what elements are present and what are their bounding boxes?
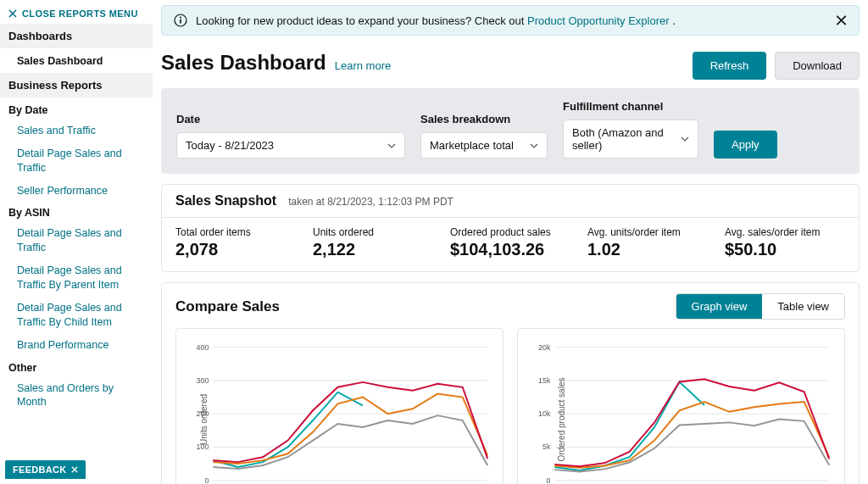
snapshot-timestamp: taken at 8/21/2023, 1:12:03 PM PDT (288, 196, 453, 208)
chevron-down-icon (681, 135, 689, 143)
breakdown-select[interactable]: Marketplace total (420, 132, 548, 159)
svg-point-1 (180, 17, 181, 19)
svg-text:0: 0 (546, 476, 550, 484)
metric-1: Units ordered2,122 (313, 226, 433, 259)
apply-button[interactable]: Apply (714, 131, 777, 159)
main-content: Looking for new product ideas to expand … (153, 0, 868, 484)
graph-view-toggle[interactable]: Graph view (676, 294, 763, 319)
close-icon (71, 466, 78, 473)
info-icon (174, 14, 187, 27)
filter-bar: Date Today - 8/21/2023 Sales breakdown M… (161, 88, 860, 174)
metric-label: Total order items (175, 226, 296, 238)
metric-label: Avg. sales/order item (725, 226, 845, 238)
sidebar-group-by-date: By Date (0, 99, 153, 120)
channel-select[interactable]: Both (Amazon and seller) (563, 120, 698, 159)
page-title: Sales Dashboard (161, 51, 326, 75)
metric-label: Units ordered (313, 226, 433, 238)
sidebar-item-asin-parent[interactable]: Detail Page Sales and Traffic By Parent … (0, 259, 153, 297)
sidebar-item-sales-orders-month[interactable]: Sales and Orders by Month (0, 377, 153, 414)
sidebar-item-asin-detail[interactable]: Detail Page Sales and Traffic (0, 222, 153, 259)
svg-rect-2 (180, 19, 181, 24)
chevron-down-icon (530, 142, 538, 150)
table-view-toggle[interactable]: Table view (762, 294, 844, 319)
metric-label: Ordered product sales (450, 226, 570, 238)
chart-card-1: Ordered product sales05k10k15k20k12AM2AM… (517, 328, 845, 484)
compare-sales-card: Compare Sales Graph view Table view Unit… (161, 282, 860, 484)
svg-text:20k: 20k (538, 343, 551, 352)
sales-snapshot-card: Sales Snapshot taken at 8/21/2023, 1:12:… (161, 184, 860, 272)
svg-text:400: 400 (197, 343, 209, 352)
sidebar-item-sales-traffic[interactable]: Sales and Traffic (0, 120, 153, 142)
breakdown-filter-label: Sales breakdown (420, 113, 548, 125)
refresh-button[interactable]: Refresh (693, 52, 767, 80)
close-reports-label: CLOSE REPORTS MENU (22, 8, 138, 19)
view-toggle: Graph view Table view (676, 293, 845, 320)
metric-2: Ordered product sales$104,103.26 (450, 226, 570, 259)
sidebar-group-by-asin: By ASIN (0, 202, 153, 222)
banner-text: Looking for new product ideas to expand … (196, 14, 676, 27)
metric-value: $104,103.26 (450, 240, 570, 259)
close-reports-menu[interactable]: CLOSE REPORTS MENU (0, 5, 153, 24)
line-chart: 05k10k15k20k12AM2AM4AM6AM8AM10AM12PM2PM4… (521, 337, 837, 484)
page-header: Sales Dashboard Learn more Refresh Downl… (161, 51, 860, 80)
sidebar-group-other: Other (0, 357, 153, 377)
svg-text:5k: 5k (542, 442, 551, 451)
sidebar-section-dashboards: Dashboards (0, 24, 153, 48)
feedback-label: FEEDBACK (13, 465, 67, 475)
chevron-down-icon (387, 142, 396, 150)
svg-text:10k: 10k (538, 409, 551, 418)
line-chart: 010020030040012AM2AM4AM6AM8AM10AM12PM2PM… (180, 337, 496, 484)
sidebar-section-business-reports: Business Reports (0, 73, 153, 97)
svg-text:300: 300 (197, 376, 209, 385)
learn-more-link[interactable]: Learn more (335, 59, 391, 72)
chart-card-0: Units ordered010020030040012AM2AM4AM6AM8… (175, 328, 504, 484)
metric-3: Avg. units/order item1.02 (587, 226, 708, 259)
metric-value: $50.10 (725, 240, 845, 259)
download-button[interactable]: Download (775, 52, 860, 80)
date-select[interactable]: Today - 8/21/2023 (176, 132, 405, 159)
chart-ylabel: Units ordered (199, 394, 209, 445)
svg-text:15k: 15k (538, 376, 551, 385)
sidebar-item-detail-page-sales-traffic[interactable]: Detail Page Sales and Traffic (0, 142, 153, 180)
product-opportunity-link[interactable]: Product Opportunity Explorer (527, 14, 670, 27)
close-icon (8, 9, 17, 18)
sidebar-item-seller-performance[interactable]: Seller Performance (0, 180, 153, 203)
metric-value: 1.02 (587, 240, 708, 259)
metric-label: Avg. units/order item (587, 226, 708, 238)
metric-value: 2,122 (313, 240, 433, 259)
metric-0: Total order items2,078 (175, 226, 296, 259)
sidebar-item-brand-performance[interactable]: Brand Performance (0, 334, 153, 357)
sidebar-item-sales-dashboard[interactable]: Sales Dashboard (0, 50, 153, 73)
info-banner: Looking for new product ideas to expand … (161, 5, 860, 36)
channel-filter-label: Fulfillment channel (563, 100, 698, 113)
metric-4: Avg. sales/order item$50.10 (725, 226, 845, 259)
banner-close-icon[interactable] (836, 15, 847, 26)
feedback-button[interactable]: FEEDBACK (5, 460, 86, 479)
metric-value: 2,078 (175, 240, 296, 259)
chart-ylabel: Ordered product sales (557, 378, 566, 462)
sidebar: CLOSE REPORTS MENU Dashboards Sales Dash… (0, 0, 153, 484)
compare-title: Compare Sales (175, 298, 280, 315)
sidebar-item-asin-child[interactable]: Detail Page Sales and Traffic By Child I… (0, 297, 153, 334)
snapshot-title: Sales Snapshot (175, 193, 276, 209)
date-filter-label: Date (176, 113, 405, 125)
svg-text:0: 0 (204, 476, 209, 484)
